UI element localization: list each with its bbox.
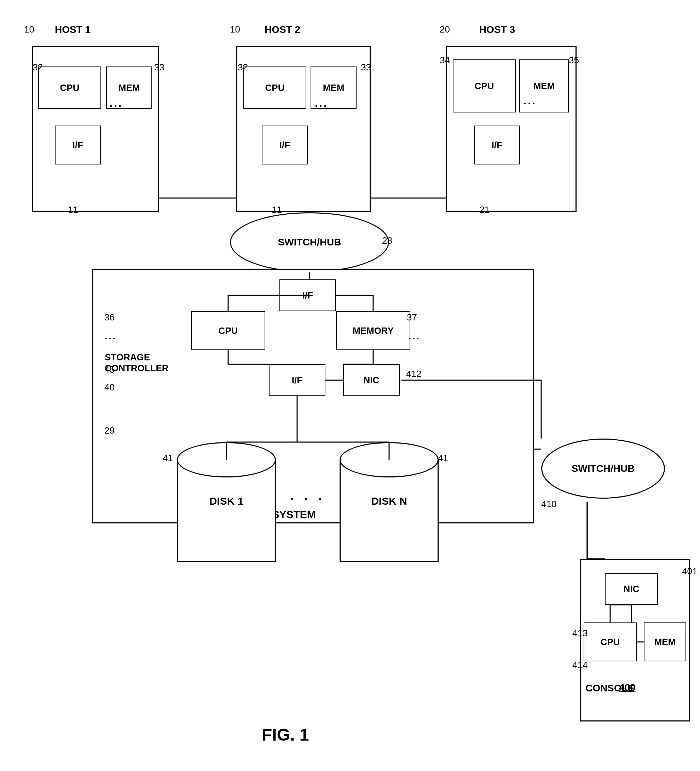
disk1-label: DISK 1	[177, 495, 276, 507]
switch-hub-right: SWITCH/HUB	[541, 439, 665, 499]
ref-11a: 11	[68, 205, 78, 215]
disk1: DISK 1	[177, 442, 276, 569]
host1-ref: 10	[24, 24, 34, 35]
console-nic: NIC	[605, 573, 658, 605]
host2-cpu: CPU	[243, 67, 306, 109]
ref-35: 35	[569, 55, 579, 66]
host3-ref: 20	[440, 24, 450, 35]
ref-413: 413	[572, 628, 588, 639]
storage-dots-top-right: ...	[409, 331, 420, 342]
ref-32b: 32	[238, 62, 248, 73]
storage-if-top: I/F	[280, 280, 336, 311]
ref-36: 36	[104, 312, 115, 323]
diskN-label: DISK N	[340, 495, 439, 507]
ref-11b: 11	[272, 205, 282, 215]
ref-401: 401	[682, 566, 697, 577]
ref-33a: 33	[154, 62, 164, 73]
disks-dots: . . .	[290, 488, 326, 503]
storage-dots-top-left: ...	[105, 331, 117, 342]
ref-40: 40	[104, 382, 115, 393]
console-mem: MEM	[644, 623, 686, 661]
host3-if: I/F	[474, 125, 520, 164]
host1-cpu: CPU	[38, 67, 101, 109]
disk1-top	[177, 442, 276, 477]
ref-410: 410	[541, 499, 557, 510]
ref-33b: 33	[361, 62, 371, 73]
ref-412: 412	[406, 369, 421, 379]
storage-if-mid: I/F	[269, 364, 326, 396]
console-cpu: CPU	[584, 623, 637, 661]
diagram: HOST 1 10 CPU MEM I/F 32 33 ... HOST 2 1…	[0, 0, 700, 771]
storage-cpu: CPU	[191, 311, 265, 350]
ref-37: 37	[407, 312, 417, 323]
fig-label: FIG. 1	[262, 725, 309, 745]
host1-dots: ...	[110, 97, 123, 109]
ref-45: 45	[104, 364, 115, 375]
storage-memory: MEMORY	[336, 311, 410, 350]
ref-28: 28	[382, 235, 392, 246]
ref-34: 34	[440, 55, 450, 66]
host2-dots: ...	[315, 97, 328, 109]
ref-414: 414	[572, 660, 588, 670]
host2-label: HOST 2	[265, 24, 300, 35]
ref-32a: 32	[33, 62, 43, 73]
switch-hub-top: SWITCH/HUB	[230, 212, 389, 272]
diskN-top	[340, 442, 439, 477]
storage-nic: NIC	[343, 364, 400, 396]
host1-if: I/F	[55, 125, 101, 164]
ref-21: 21	[479, 205, 490, 215]
host2-ref: 10	[230, 24, 240, 35]
ref-41a: 41	[163, 453, 173, 464]
host3-dots: ...	[524, 95, 537, 107]
ref-41b: 41	[438, 453, 448, 464]
diskN: DISK N	[340, 442, 439, 569]
host3-cpu: CPU	[453, 59, 516, 112]
ref-29: 29	[104, 425, 115, 436]
console-ref: 400	[619, 682, 636, 693]
host3-label: HOST 3	[479, 24, 515, 35]
host2-if: I/F	[262, 125, 308, 164]
host1-label: HOST 1	[55, 24, 91, 35]
